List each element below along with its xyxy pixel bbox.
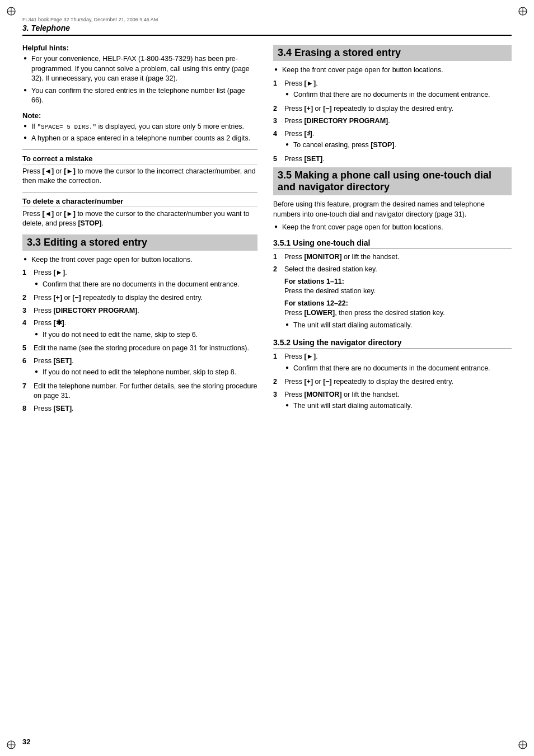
step-content-7: Edit the telephone number. For further d… (34, 382, 257, 401)
step-content-3: Press [DIRECTORY PROGRAM]. (284, 116, 512, 126)
step-6-sub: If you do not need to edit the telephone… (34, 368, 257, 378)
section-33-band: 3.3 Editing a stored entry (22, 234, 257, 251)
step-1: 1 Press [MONITOR] or lift the handset. (273, 252, 512, 262)
section-33-title: 3.3 Editing a stored entry (27, 237, 253, 248)
list-item: If "SPACE= 5 DIRS." is displayed, you ca… (22, 122, 257, 132)
step-1-sub: Confirm that there are no documents in t… (284, 90, 512, 100)
for-stations-12-22-text: Press [LOWER], then press the desired st… (284, 308, 512, 318)
for-stations-12-22-title: For stations 12–22: (284, 299, 512, 309)
step-num-3: 3 (273, 390, 281, 412)
step-num-2: 2 (22, 293, 30, 303)
step-4: 4 Press [✱]. If you do not need to edit … (22, 318, 257, 341)
step-content-1: Press [MONITOR] or lift the handset. (284, 252, 512, 262)
step-num-6: 6 (22, 356, 30, 379)
step-num-2: 2 (273, 377, 281, 387)
delete-char-title: To delete a character/number (22, 197, 257, 207)
list-item: Confirm that there are no documents in t… (34, 280, 257, 290)
corner-bl (6, 739, 17, 750)
step-content-2: Select the desired station key. For stat… (284, 265, 512, 332)
section-35-band: 3.5 Making a phone call using one-touch … (273, 167, 512, 195)
correct-mistake-text: Press [◄] or [►] to move the cursor to t… (22, 167, 257, 186)
two-col-layout: Helpful hints: For your convenience, HEL… (22, 44, 512, 417)
step-num-4: 4 (22, 318, 30, 341)
list-item: The unit will start dialing automaticall… (284, 321, 512, 331)
section-title: 3. Telephone (22, 24, 70, 32)
section-34-title: 3.4 Erasing a stored entry (278, 47, 507, 59)
step-num-3: 3 (273, 116, 281, 126)
step-5: 5 Press [SET]. (273, 154, 512, 165)
step-4-sub: To cancel erasing, press [STOP]. (284, 140, 512, 151)
step-2: 2 Press [+] or [−] repeatedly to display… (22, 293, 257, 303)
step-content-1: Press [►]. Confirm that there are no doc… (284, 79, 512, 101)
list-item: Keep the front cover page open for butto… (273, 65, 512, 76)
section-34-bullet-list: Keep the front cover page open for butto… (273, 65, 512, 76)
list-item: You can confirm the stored entries in th… (22, 86, 257, 106)
step-1: 1 Press [►]. Confirm that there are no d… (273, 79, 512, 101)
step-content-3: Press [DIRECTORY PROGRAM]. (34, 306, 257, 316)
step-content-1: Press [►]. Confirm that there are no doc… (284, 352, 512, 374)
section-352-steps: 1 Press [►]. Confirm that there are no d… (273, 352, 512, 412)
section-33-bullet-list: Keep the front cover page open for butto… (22, 255, 257, 265)
list-item: To cancel erasing, press [STOP]. (284, 140, 512, 151)
delete-char-block: To delete a character/number Press [◄] o… (22, 197, 257, 229)
left-column: Helpful hints: For your convenience, HEL… (22, 44, 257, 417)
helpful-hints-title: Helpful hints: (22, 44, 257, 52)
section-34-steps: 1 Press [►]. Confirm that there are no d… (273, 79, 512, 165)
section-35-bullet-list: Keep the front cover page open for butto… (273, 223, 512, 233)
step-2: 2 Press [+] or [−] repeatedly to display… (273, 377, 512, 387)
step-num-5: 5 (22, 344, 30, 354)
correct-mistake-block: To correct a mistake Press [◄] or [►] to… (22, 154, 257, 186)
step-content-5: Press [SET]. (284, 154, 512, 165)
step-3: 3 Press [DIRECTORY PROGRAM]. (273, 116, 512, 126)
step-1: 1 Press [►]. Confirm that there are no d… (273, 352, 512, 374)
list-item: Confirm that there are no documents in t… (284, 90, 512, 100)
section-35-intro: Before using this feature, program the d… (273, 200, 512, 219)
corner-tl (6, 6, 17, 17)
divider (22, 149, 257, 150)
for-stations-1-11-title: For stations 1–11: (284, 277, 512, 287)
for-stations-bullet: The unit will start dialing automaticall… (284, 321, 512, 331)
list-item: The unit will start dialing automaticall… (284, 401, 512, 411)
step-3-sub: The unit will start dialing automaticall… (284, 401, 512, 411)
step-content-1: Press [►]. Confirm that there are no doc… (34, 268, 257, 290)
step-2: 2 Press [+] or [−] repeatedly to display… (273, 104, 512, 114)
right-column: 3.4 Erasing a stored entry Keep the fron… (273, 44, 512, 417)
step-2: 2 Select the desired station key. For st… (273, 265, 512, 332)
step-num-2: 2 (273, 104, 281, 114)
for-stations-1-11: For stations 1–11: Press the desired sta… (284, 277, 512, 297)
step-1-sub: Confirm that there are no documents in t… (34, 280, 257, 290)
divider-2 (22, 192, 257, 192)
step-4: 4 Press [♯]. To cancel erasing, press [S… (273, 129, 512, 152)
step-content-5: Edit the name (see the storing procedure… (34, 344, 257, 354)
note-title: Note: (22, 111, 257, 120)
for-stations-1-11-text: Press the desired station key. (284, 287, 512, 297)
list-item: Keep the front cover page open for butto… (273, 223, 512, 233)
file-info: FL341.book Page 32 Thursday, December 21… (22, 17, 512, 22)
section-351-steps: 1 Press [MONITOR] or lift the handset. 2… (273, 252, 512, 333)
section-34-band: 3.4 Erasing a stored entry (273, 45, 512, 61)
page-number: 32 (22, 738, 30, 746)
list-item: Confirm that there are no documents in t… (284, 364, 512, 374)
step-content-3: Press [MONITOR] or lift the handset. The… (284, 390, 512, 412)
list-item: A hyphen or a space entered in a telepho… (22, 134, 257, 144)
delete-char-text: Press [◄] or [►] to move the cursor to t… (22, 209, 257, 229)
step-content-8: Press [SET]. (34, 404, 257, 414)
page-header: 3. Telephone (22, 24, 512, 36)
list-item: If you do not need to edit the telephone… (34, 368, 257, 378)
step-num-2: 2 (273, 265, 281, 332)
step-content-6: Press [SET]. If you do not need to edit … (34, 356, 257, 379)
step-num-3: 3 (22, 306, 30, 316)
step-1-sub: Confirm that there are no documents in t… (284, 364, 512, 374)
step-3: 3 Press [DIRECTORY PROGRAM]. (22, 306, 257, 316)
step-1: 1 Press [►]. Confirm that there are no d… (22, 268, 257, 290)
step-3: 3 Press [MONITOR] or lift the handset. T… (273, 390, 512, 412)
step-6: 6 Press [SET]. If you do not need to edi… (22, 356, 257, 379)
step-num-1: 1 (273, 352, 281, 374)
list-item: For your convenience, HELP-FAX (1-800-43… (22, 54, 257, 84)
section-33-steps: 1 Press [►]. Confirm that there are no d… (22, 268, 257, 414)
note-list: If "SPACE= 5 DIRS." is displayed, you ca… (22, 122, 257, 144)
step-content-4: Press [♯]. To cancel erasing, press [STO… (284, 129, 512, 152)
section-35-title: 3.5 Making a phone call using one-touch … (278, 170, 507, 193)
helpful-hints-list: For your convenience, HELP-FAX (1-800-43… (22, 54, 257, 106)
step-5: 5 Edit the name (see the storing procedu… (22, 344, 257, 354)
